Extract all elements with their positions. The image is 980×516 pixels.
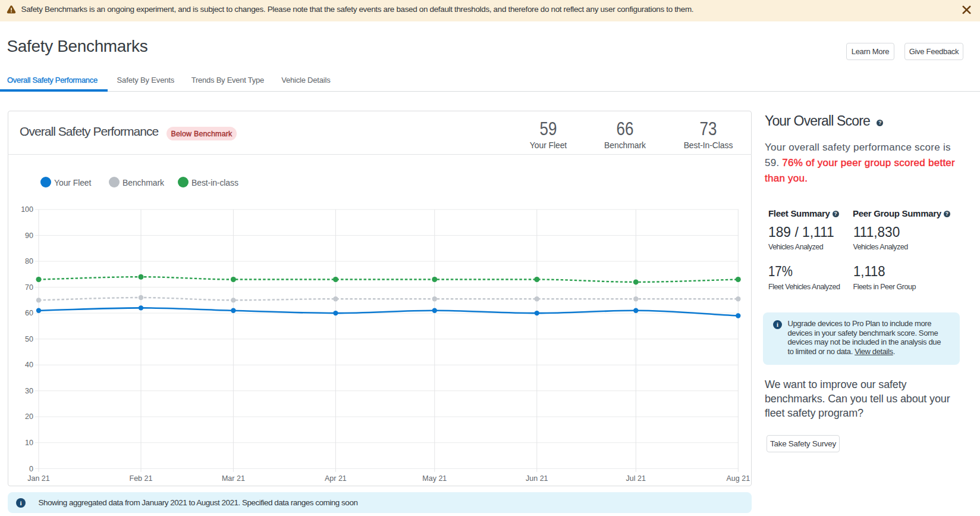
svg-text:Jun 21: Jun 21 (526, 474, 548, 483)
svg-text:40: 40 (25, 361, 33, 369)
svg-text:30: 30 (25, 387, 33, 395)
svg-text:20: 20 (25, 412, 33, 421)
svg-text:90: 90 (25, 232, 33, 240)
svg-text:Feb 21: Feb 21 (130, 474, 153, 483)
svg-text:May 21: May 21 (422, 474, 447, 483)
svg-text:Jul 21: Jul 21 (626, 474, 646, 483)
svg-text:Apr 21: Apr 21 (325, 474, 347, 483)
svg-text:80: 80 (25, 257, 33, 265)
svg-text:10: 10 (25, 439, 33, 447)
svg-text:Mar 21: Mar 21 (222, 474, 245, 483)
svg-text:70: 70 (25, 283, 33, 292)
svg-text:50: 50 (25, 335, 33, 343)
svg-text:Jan 21: Jan 21 (27, 474, 50, 483)
svg-text:0: 0 (29, 465, 33, 473)
svg-text:Aug 21: Aug 21 (726, 474, 750, 483)
svg-text:100: 100 (21, 205, 33, 214)
svg-text:60: 60 (25, 309, 33, 317)
